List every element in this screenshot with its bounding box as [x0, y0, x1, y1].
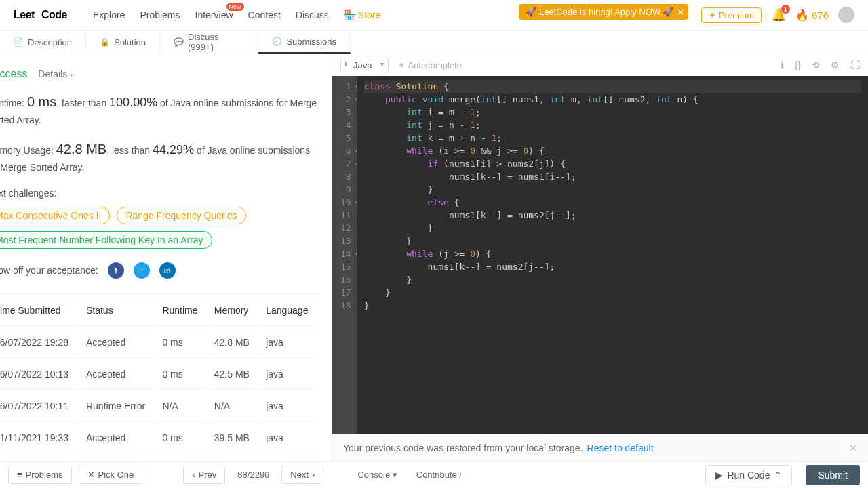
restore-msg: Your previous code was restored from you…	[343, 443, 583, 453]
nav-problems[interactable]: Problems	[140, 9, 180, 20]
bullet-icon	[399, 63, 403, 67]
prev-button[interactable]: ‹Prev	[183, 466, 225, 484]
nav-right: ✦Premium 🔔1 🔥676	[701, 7, 854, 23]
chip-challenge[interactable]: Range Frequency Queries	[117, 207, 245, 224]
details-link[interactable]: Details›	[38, 68, 72, 79]
submit-button[interactable]: Submit	[806, 465, 860, 485]
editor-icons: ℹ {} ⟲ ⚙ ⛶	[781, 60, 860, 70]
chat-icon: 💬	[174, 37, 184, 47]
autocomplete-toggle[interactable]: Autocomplete	[399, 60, 462, 70]
clock-icon: 🕘	[272, 37, 282, 46]
premium-label: Premium	[719, 10, 754, 20]
reset-link[interactable]: Reset to default	[587, 443, 654, 453]
console-button[interactable]: Console ▾	[357, 470, 397, 480]
hiring-text: 🚀 LeetCode is hiring! Apply NOW.🚀	[526, 7, 673, 17]
line-gutter: 123456789101112131415161718	[332, 76, 357, 434]
th-runtime: Runtime	[155, 296, 205, 326]
fire-count: 676	[812, 9, 829, 21]
main: Success Details› Runtime: 0 ms, faster t…	[0, 54, 868, 461]
next-challenges-label: Next challenges:	[0, 188, 318, 199]
restore-bar: Your previous code was restored from you…	[332, 434, 868, 461]
next-button[interactable]: Next›	[281, 466, 323, 484]
hiring-close-icon[interactable]: ✕	[677, 7, 684, 17]
pick-one-label: Pick One	[98, 470, 134, 480]
bottom-bar: ≡Problems ✕Pick One ‹Prev 88/2296 Next› …	[0, 461, 868, 488]
fire-icon: 🔥	[795, 9, 809, 22]
tab-description-label: Description	[28, 37, 72, 47]
tab-description[interactable]: 📄Description	[0, 30, 86, 54]
table-row[interactable]: 01/11/2021 19:23Accepted0 ms39.6 MBjava	[0, 455, 317, 461]
submissions-table: Time Submitted Status Runtime Memory Lan…	[0, 293, 318, 461]
description-icon: 📄	[14, 37, 24, 47]
store-icon: 🏪	[344, 9, 355, 20]
tab-solution[interactable]: 🔒Solution	[86, 30, 160, 54]
settings-icon[interactable]: ⚙	[831, 60, 840, 70]
run-label: Run Code	[727, 470, 770, 481]
contribute-label: Contribute	[416, 470, 457, 480]
linkedin-icon[interactable]: in	[159, 262, 176, 279]
autocomplete-label: Autocomplete	[408, 60, 462, 70]
pick-one-button[interactable]: ✕Pick One	[79, 466, 143, 484]
problems-button[interactable]: ≡Problems	[8, 466, 72, 484]
table-row[interactable]: 06/07/2022 19:28Accepted0 ms42.8 MBjava	[0, 327, 317, 358]
avatar[interactable]	[838, 7, 854, 23]
nav-explore[interactable]: Explore	[93, 9, 125, 20]
page-indicator: 88/2296	[232, 470, 275, 480]
new-badge: New	[226, 3, 244, 11]
showoff-label: Show off your acceptance:	[0, 265, 98, 276]
info-icon[interactable]: ℹ	[781, 60, 784, 70]
chevron-up-icon: ⌃	[774, 470, 782, 481]
chevron-left-icon: ‹	[192, 470, 195, 480]
hiring-banner[interactable]: 🚀 LeetCode is hiring! Apply NOW.🚀 ✕	[519, 4, 688, 20]
code-editor[interactable]: 123456789101112131415161718 class Soluti…	[332, 76, 868, 434]
contribute-button[interactable]: Contribute i	[416, 470, 462, 480]
star-icon: ✦	[709, 10, 716, 20]
nav-discuss[interactable]: Discuss	[296, 9, 329, 20]
bell-icon[interactable]: 🔔1	[771, 7, 786, 22]
table-row[interactable]: 06/07/2022 10:11Runtime ErrorN/AN/Ajava	[0, 391, 317, 422]
list-icon: ≡	[17, 470, 22, 480]
language-select[interactable]: Java	[340, 58, 389, 73]
prev-label: Prev	[199, 470, 217, 480]
fire-counter[interactable]: 🔥676	[795, 9, 829, 22]
close-icon[interactable]: ✕	[849, 443, 857, 453]
bell-badge: 1	[781, 5, 790, 14]
chip-challenge[interactable]: Most Frequent Number Following Key In an…	[0, 231, 212, 249]
nav-store[interactable]: 🏪Store	[344, 9, 380, 20]
table-row[interactable]: 01/11/2021 19:33Accepted0 ms39.5 MBjava	[0, 423, 317, 453]
store-label: Store	[358, 9, 380, 20]
tab-submissions-label: Submissions	[286, 37, 336, 47]
chevron-down-icon: ▾	[393, 470, 397, 480]
table-row[interactable]: 06/07/2022 10:13Accepted0 ms42.5 MBjava	[0, 359, 317, 390]
challenge-chips: Max Consecutive Ones II Range Frequency …	[0, 207, 318, 249]
logo-leet: Leet	[14, 9, 35, 20]
nav-contest[interactable]: Contest	[248, 9, 281, 20]
chip-challenge[interactable]: Max Consecutive Ones II	[0, 207, 110, 224]
tab-submissions[interactable]: 🕘Submissions	[258, 30, 351, 54]
left-panel: Success Details› Runtime: 0 ms, faster t…	[0, 54, 332, 461]
nav-links: Explore Problems InterviewNew Contest Di…	[93, 9, 380, 20]
play-icon: ▶	[715, 470, 723, 481]
problems-label: Problems	[26, 470, 63, 480]
tab-discuss[interactable]: 💬Discuss (999+)	[160, 30, 258, 54]
memory-stat: Memory Usage: 42.8 MB, less than 44.29% …	[0, 138, 318, 175]
th-status: Status	[79, 296, 154, 326]
premium-button[interactable]: ✦Premium	[701, 7, 762, 23]
reset-icon[interactable]: ⟲	[812, 60, 820, 70]
nav-interview[interactable]: InterviewNew	[195, 9, 233, 20]
tab-discuss-label: Discuss (999+)	[188, 32, 244, 52]
fullscreen-icon[interactable]: ⛶	[850, 60, 860, 70]
twitter-icon[interactable]: 🐦	[134, 262, 150, 279]
logo[interactable]: LeetCode	[14, 9, 74, 21]
next-label: Next	[290, 470, 309, 480]
runtime-stat: Runtime: 0 ms, faster than 100.00% of Ja…	[0, 91, 318, 127]
details-label: Details	[38, 68, 67, 79]
braces-icon[interactable]: {}	[795, 60, 801, 70]
code-content[interactable]: class Solution { public void merge(int[]…	[357, 76, 868, 434]
run-code-button[interactable]: ▶Run Code⌃	[705, 465, 792, 485]
facebook-icon[interactable]: f	[108, 262, 124, 279]
logo-code: Code	[35, 5, 74, 24]
chevron-right-icon: ›	[312, 470, 315, 480]
th-time: Time Submitted	[0, 296, 78, 326]
lock-icon: 🔒	[100, 37, 110, 47]
